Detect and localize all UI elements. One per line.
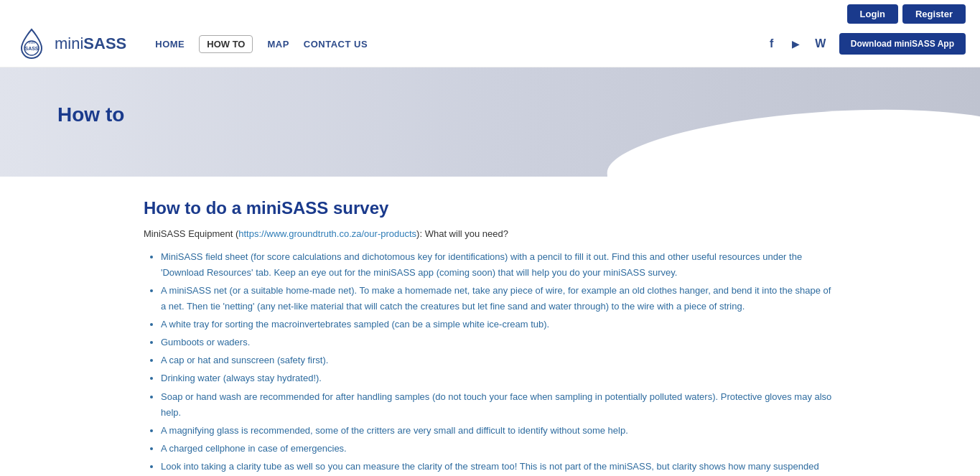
- main-nav: HOME HOW TO MAP CONTACT US: [155, 35, 368, 53]
- download-app-button[interactable]: Download miniSASS App: [839, 33, 966, 55]
- hero-banner: How to: [0, 67, 980, 177]
- nav-item-contact[interactable]: CONTACT US: [304, 39, 368, 50]
- list-item: Soap or hand wash are recommended for af…: [161, 389, 836, 421]
- nav-item-home[interactable]: HOME: [155, 39, 185, 50]
- hero-title: How to: [57, 103, 923, 126]
- list-item: MiniSASS field sheet (for score calculat…: [161, 249, 836, 281]
- list-item: A cap or hat and sunscreen (safety first…: [161, 353, 836, 368]
- main-content: How to do a miniSASS survey MiniSASS Equ…: [0, 177, 980, 476]
- logo-text: miniSASS: [55, 34, 126, 53]
- section1-title: How to do a miniSASS survey: [144, 198, 836, 218]
- login-button[interactable]: Login: [847, 4, 898, 24]
- equipment-intro: MiniSASS Equipment (https://www.groundtr…: [144, 227, 836, 242]
- register-button[interactable]: Register: [902, 4, 966, 24]
- equipment-link[interactable]: https://www.groundtruth.co.za/our-produc…: [238, 228, 416, 239]
- logo[interactable]: SASS mini miniSASS: [14, 27, 126, 61]
- equipment-list: MiniSASS field sheet (for score calculat…: [144, 249, 836, 476]
- list-item: Look into taking a clarity tube as well …: [161, 459, 836, 476]
- wordpress-icon[interactable]: W: [812, 35, 829, 52]
- list-item: Gumboots or waders.: [161, 335, 836, 350]
- list-item: A miniSASS net (or a suitable home-made …: [161, 283, 836, 314]
- svg-text:SASS: SASS: [24, 46, 38, 51]
- youtube-icon[interactable]: ▶: [788, 35, 805, 52]
- list-item: A magnifying glass is recommended, some …: [161, 423, 836, 439]
- list-item: A charged cellphone in case of emergenci…: [161, 441, 836, 457]
- nav-item-howto[interactable]: HOW TO: [199, 35, 253, 53]
- social-icons: f ▶ W: [763, 35, 829, 52]
- facebook-icon[interactable]: f: [763, 35, 780, 52]
- svg-text:mini: mini: [28, 40, 34, 45]
- list-item: Drinking water (always stay hydrated!).: [161, 370, 836, 386]
- nav-item-map[interactable]: MAP: [267, 39, 289, 50]
- list-item: A white tray for sorting the macroinvert…: [161, 317, 836, 332]
- logo-icon: SASS mini: [14, 27, 49, 61]
